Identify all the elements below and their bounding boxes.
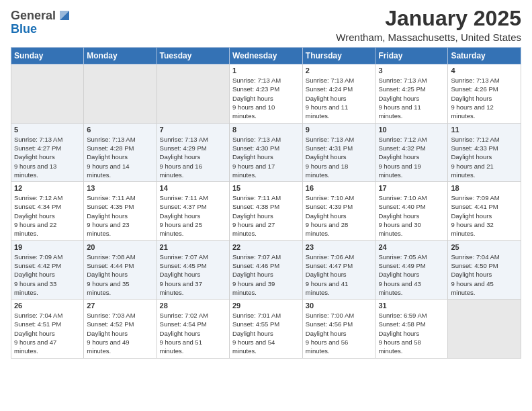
calendar-cell: 19Sunrise: 7:09 AMSunset: 4:42 PMDayligh…	[11, 240, 84, 299]
day-number: 12	[14, 184, 81, 192]
calendar-cell: 30Sunrise: 7:00 AMSunset: 4:56 PMDayligh…	[302, 300, 375, 358]
day-number: 20	[87, 243, 153, 251]
day-number: 13	[87, 184, 153, 192]
day-info: Sunrise: 7:13 AMSunset: 4:24 PMDaylight …	[306, 76, 373, 120]
calendar-cell: 5Sunrise: 7:13 AMSunset: 4:27 PMDaylight…	[11, 123, 84, 181]
calendar-cell: 22Sunrise: 7:07 AMSunset: 4:46 PMDayligh…	[229, 240, 302, 299]
day-info: Sunrise: 6:59 AMSunset: 4:58 PMDaylight …	[378, 311, 445, 355]
day-info: Sunrise: 7:10 AMSunset: 4:39 PMDaylight …	[306, 193, 373, 238]
day-number: 16	[306, 184, 373, 192]
day-info: Sunrise: 7:08 AMSunset: 4:44 PMDaylight …	[87, 253, 153, 297]
day-number: 24	[378, 243, 445, 251]
day-number: 10	[378, 126, 445, 134]
calendar-cell: 12Sunrise: 7:12 AMSunset: 4:34 PMDayligh…	[11, 182, 84, 240]
calendar-cell: 10Sunrise: 7:12 AMSunset: 4:32 PMDayligh…	[375, 123, 448, 181]
location-title: Wrentham, Massachusetts, United States	[336, 32, 521, 43]
day-info: Sunrise: 7:09 AMSunset: 4:41 PMDaylight …	[451, 193, 518, 238]
logo-icon	[57, 8, 72, 23]
day-number: 22	[232, 243, 300, 251]
day-number: 26	[14, 302, 81, 310]
day-number: 15	[232, 184, 300, 192]
day-number: 29	[232, 302, 300, 310]
day-info: Sunrise: 7:06 AMSunset: 4:47 PMDaylight …	[306, 253, 373, 297]
header: General Blue January 2025 Wrentham, Mass…	[11, 7, 521, 43]
day-number: 31	[378, 302, 445, 310]
day-number: 17	[378, 184, 445, 192]
day-info: Sunrise: 7:07 AMSunset: 4:45 PMDaylight …	[160, 253, 226, 297]
calendar-cell: 29Sunrise: 7:01 AMSunset: 4:55 PMDayligh…	[229, 300, 302, 358]
calendar-cell: 25Sunrise: 7:04 AMSunset: 4:50 PMDayligh…	[448, 240, 521, 299]
day-info: Sunrise: 7:12 AMSunset: 4:33 PMDaylight …	[451, 135, 518, 179]
day-info: Sunrise: 7:13 AMSunset: 4:23 PMDaylight …	[232, 76, 300, 120]
day-number: 1	[232, 66, 300, 75]
day-header-tuesday: Tuesday	[157, 48, 229, 64]
day-info: Sunrise: 7:13 AMSunset: 4:30 PMDaylight …	[232, 135, 300, 179]
day-number: 7	[160, 126, 226, 134]
calendar-cell: 6Sunrise: 7:13 AMSunset: 4:28 PMDaylight…	[84, 123, 157, 181]
calendar-cell: 23Sunrise: 7:06 AMSunset: 4:47 PMDayligh…	[302, 240, 375, 299]
day-info: Sunrise: 7:12 AMSunset: 4:32 PMDaylight …	[378, 135, 445, 179]
calendar-cell	[11, 64, 84, 123]
day-info: Sunrise: 7:03 AMSunset: 4:52 PMDaylight …	[87, 311, 153, 355]
calendar-cell: 20Sunrise: 7:08 AMSunset: 4:44 PMDayligh…	[84, 240, 157, 299]
day-info: Sunrise: 7:13 AMSunset: 4:26 PMDaylight …	[451, 76, 518, 120]
day-header-monday: Monday	[84, 48, 157, 64]
day-info: Sunrise: 7:04 AMSunset: 4:51 PMDaylight …	[14, 311, 81, 355]
day-header-thursday: Thursday	[302, 48, 375, 64]
day-info: Sunrise: 7:04 AMSunset: 4:50 PMDaylight …	[451, 253, 518, 297]
day-number: 2	[306, 66, 373, 75]
day-number: 23	[306, 243, 373, 251]
calendar-cell: 31Sunrise: 6:59 AMSunset: 4:58 PMDayligh…	[375, 300, 448, 358]
calendar-cell: 24Sunrise: 7:05 AMSunset: 4:49 PMDayligh…	[375, 240, 448, 299]
day-info: Sunrise: 7:07 AMSunset: 4:46 PMDaylight …	[232, 253, 300, 297]
day-info: Sunrise: 7:13 AMSunset: 4:29 PMDaylight …	[160, 135, 226, 179]
day-number: 19	[14, 243, 81, 251]
week-row-4: 19Sunrise: 7:09 AMSunset: 4:42 PMDayligh…	[11, 240, 521, 299]
logo-blue-text: Blue	[11, 22, 37, 36]
day-number: 21	[160, 243, 226, 251]
calendar-cell: 3Sunrise: 7:13 AMSunset: 4:25 PMDaylight…	[375, 64, 448, 123]
calendar-cell: 2Sunrise: 7:13 AMSunset: 4:24 PMDaylight…	[302, 64, 375, 123]
month-title: January 2025	[336, 7, 521, 30]
day-header-sunday: Sunday	[11, 48, 84, 64]
day-number: 9	[306, 126, 373, 134]
calendar-cell: 17Sunrise: 7:10 AMSunset: 4:40 PMDayligh…	[375, 182, 448, 240]
calendar-cell: 9Sunrise: 7:13 AMSunset: 4:31 PMDaylight…	[302, 123, 375, 181]
calendar-cell: 21Sunrise: 7:07 AMSunset: 4:45 PMDayligh…	[157, 240, 229, 299]
day-number: 25	[451, 243, 518, 251]
day-info: Sunrise: 7:00 AMSunset: 4:56 PMDaylight …	[306, 311, 373, 355]
day-info: Sunrise: 7:05 AMSunset: 4:49 PMDaylight …	[378, 253, 445, 297]
day-number: 6	[87, 126, 153, 134]
title-block: January 2025 Wrentham, Massachusetts, Un…	[336, 7, 521, 43]
day-info: Sunrise: 7:13 AMSunset: 4:27 PMDaylight …	[14, 135, 81, 179]
day-number: 4	[451, 66, 518, 75]
day-info: Sunrise: 7:11 AMSunset: 4:35 PMDaylight …	[87, 193, 153, 238]
day-header-wednesday: Wednesday	[229, 48, 302, 64]
day-info: Sunrise: 7:10 AMSunset: 4:40 PMDaylight …	[378, 193, 445, 238]
day-number: 3	[378, 66, 445, 75]
days-header-row: SundayMondayTuesdayWednesdayThursdayFrid…	[11, 48, 521, 64]
day-info: Sunrise: 7:11 AMSunset: 4:37 PMDaylight …	[160, 193, 226, 238]
day-header-saturday: Saturday	[448, 48, 521, 64]
day-number: 14	[160, 184, 226, 192]
day-info: Sunrise: 7:13 AMSunset: 4:31 PMDaylight …	[306, 135, 373, 179]
calendar-cell: 28Sunrise: 7:02 AMSunset: 4:54 PMDayligh…	[157, 300, 229, 358]
day-number: 27	[87, 302, 153, 310]
calendar-cell: 18Sunrise: 7:09 AMSunset: 4:41 PMDayligh…	[448, 182, 521, 240]
logo: General Blue	[11, 9, 72, 36]
calendar-cell: 1Sunrise: 7:13 AMSunset: 4:23 PMDaylight…	[229, 64, 302, 123]
calendar-cell: 15Sunrise: 7:11 AMSunset: 4:38 PMDayligh…	[229, 182, 302, 240]
calendar-cell: 14Sunrise: 7:11 AMSunset: 4:37 PMDayligh…	[157, 182, 229, 240]
calendar: SundayMondayTuesdayWednesdayThursdayFrid…	[11, 47, 521, 358]
day-info: Sunrise: 7:13 AMSunset: 4:25 PMDaylight …	[378, 76, 445, 120]
day-number: 18	[451, 184, 518, 192]
day-info: Sunrise: 7:12 AMSunset: 4:34 PMDaylight …	[14, 193, 81, 238]
calendar-cell: 16Sunrise: 7:10 AMSunset: 4:39 PMDayligh…	[302, 182, 375, 240]
calendar-cell: 13Sunrise: 7:11 AMSunset: 4:35 PMDayligh…	[84, 182, 157, 240]
week-row-1: 1Sunrise: 7:13 AMSunset: 4:23 PMDaylight…	[11, 64, 521, 123]
day-number: 11	[451, 126, 518, 134]
logo-general-text: General	[11, 9, 56, 23]
week-row-2: 5Sunrise: 7:13 AMSunset: 4:27 PMDaylight…	[11, 123, 521, 181]
calendar-cell: 27Sunrise: 7:03 AMSunset: 4:52 PMDayligh…	[84, 300, 157, 358]
day-info: Sunrise: 7:02 AMSunset: 4:54 PMDaylight …	[160, 311, 226, 355]
